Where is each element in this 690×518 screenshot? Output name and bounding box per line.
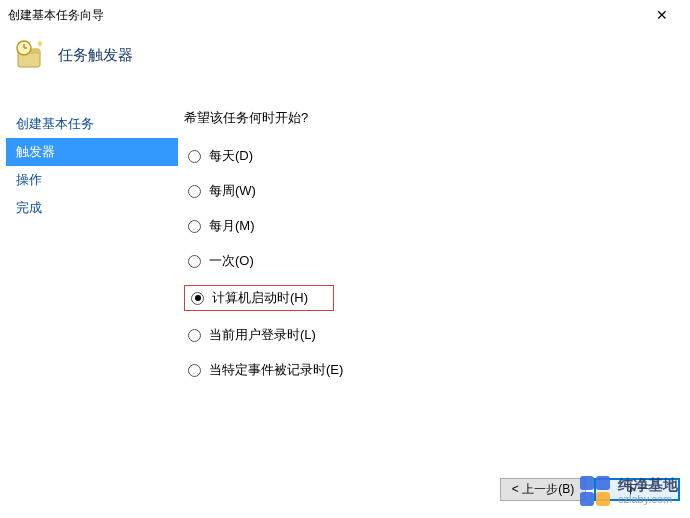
radio-label: 计算机启动时(H) [212,289,308,307]
main-panel: 希望该任务何时开始? 每天(D) 每周(W) 每月(M) 一次(O) 计算机启动… [178,108,690,381]
radio-label: 每月(M) [209,217,255,235]
question-label: 希望该任务何时开始? [184,109,690,127]
window-title: 创建基本任务向导 [8,7,642,24]
svg-marker-5 [38,41,42,47]
radio-at-logon[interactable]: 当前用户登录时(L) [184,324,320,346]
close-button[interactable]: ✕ [642,2,682,28]
radio-on-event[interactable]: 当特定事件被记录时(E) [184,359,347,381]
radio-weekly[interactable]: 每周(W) [184,180,260,202]
sidebar-item-action[interactable]: 操作 [6,166,178,194]
sidebar-item-finish[interactable]: 完成 [6,194,178,222]
titlebar: 创建基本任务向导 ✕ [0,0,690,30]
page-title: 任务触发器 [58,46,133,65]
radio-at-startup[interactable]: 计算机启动时(H) [184,285,334,311]
radio-icon [188,329,201,342]
radio-icon [188,255,201,268]
sidebar-item-create-task[interactable]: 创建基本任务 [6,110,178,138]
back-button[interactable]: < 上一步(B) [500,478,586,501]
content-area: 创建基本任务 触发器 操作 完成 希望该任务何时开始? 每天(D) 每周(W) … [0,80,690,381]
radio-once[interactable]: 一次(O) [184,250,258,272]
radio-icon [188,364,201,377]
task-scheduler-icon [14,39,46,71]
close-icon: ✕ [656,7,668,23]
radio-label: 当特定事件被记录时(E) [209,361,343,379]
radio-label: 每周(W) [209,182,256,200]
sidebar: 创建基本任务 触发器 操作 完成 [0,108,178,381]
radio-monthly[interactable]: 每月(M) [184,215,259,237]
radio-label: 每天(D) [209,147,253,165]
button-bar: < 上一步(B) 下一 [500,478,690,518]
radio-icon [188,150,201,163]
sidebar-item-trigger[interactable]: 触发器 [6,138,178,166]
radio-label: 当前用户登录时(L) [209,326,316,344]
radio-daily[interactable]: 每天(D) [184,145,257,167]
next-button[interactable]: 下一 [594,478,680,501]
radio-icon [188,220,201,233]
header: 任务触发器 [0,30,690,80]
radio-label: 一次(O) [209,252,254,270]
radio-icon [188,185,201,198]
radio-icon [191,292,204,305]
trigger-radio-group: 每天(D) 每周(W) 每月(M) 一次(O) 计算机启动时(H) 当前用户登录… [184,145,690,381]
